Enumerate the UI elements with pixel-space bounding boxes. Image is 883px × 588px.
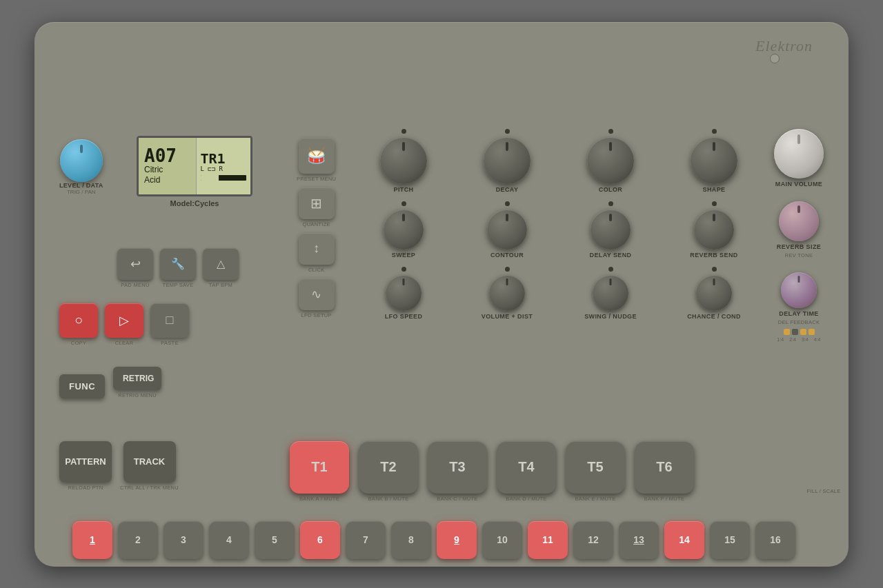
knob-row-3: LFO SPEED VOLUME + DIST SWING / NUDGE CH… [352,267,766,320]
temp-save-button[interactable]: 🔧 [160,248,196,280]
step-6-button[interactable]: 6 [300,521,340,559]
t6-sublabel: BANK F / MUTE [644,496,685,502]
shape-knob[interactable] [691,137,737,184]
quantize-label: QUANTIZE [303,221,330,227]
pad-menu-button[interactable]: ↩ [117,248,153,280]
swing-nudge-knob-unit: SWING / NUDGE [559,267,662,320]
t3-button[interactable]: T3 [428,441,487,494]
step-13-button[interactable]: 13 [619,521,659,559]
lfo-setup-icon: ∿ [311,287,321,302]
clear-label: CLEAR [115,340,134,346]
step-16-button[interactable]: 16 [755,521,795,559]
reverb-send-dot [712,201,717,206]
knobs-main-area: PITCH DECAY COLOR SHAPE S [352,129,766,328]
reverb-size-sublabel: REV TONE [785,252,813,258]
track-select-button[interactable]: TRACK [123,441,176,483]
step-8-button[interactable]: 8 [391,521,431,559]
brand-logo: Elektron [755,37,813,55]
decay-knob[interactable] [484,137,530,184]
clear-button[interactable]: ▷ [105,303,143,338]
paste-button[interactable]: □ [150,303,189,338]
lfo-speed-knob-unit: LFO SPEED [352,267,455,320]
step-8-label: 8 [408,534,414,545]
sweep-knob[interactable] [384,210,424,250]
volume-dist-knob-unit: VOLUME + DIST [455,267,559,320]
step-14-button[interactable]: 14 [664,521,704,559]
preset-menu-button[interactable]: 🥁 [299,138,335,174]
reverb-send-knob[interactable] [694,210,734,250]
contour-label: CONTOUR [490,252,524,258]
swing-nudge-knob[interactable] [593,275,628,311]
func-button[interactable]: FUNC [59,374,105,398]
t4-button[interactable]: T4 [497,441,556,494]
click-button[interactable]: ↕ [299,233,335,265]
step-11-button[interactable]: 11 [528,521,568,559]
t1-wrap: T1 BANK A / MUTE [290,441,349,502]
tap-bpm-button[interactable]: △ [203,248,239,280]
clear-wrap: ▷ CLEAR [105,303,143,346]
level-data-knob-wrap: LEVEL / DATA TRIG / PAN [59,139,103,195]
step-6-label: 6 [317,534,323,545]
lcd-track: TR1 [201,152,247,165]
t5-label: T5 [587,459,603,475]
delay-time-knob[interactable] [781,272,817,308]
step-3-button[interactable]: 3 [163,521,204,559]
pad-menu-label: PAD MENU [121,282,149,288]
sweep-knob-unit: SWEEP [352,201,455,258]
decay-label: DECAY [496,186,519,193]
step-12-button[interactable]: 12 [573,521,613,559]
lfo-setup-label: LFO SETUP [301,312,331,318]
preset-menu-label: PRESET MENU [297,176,336,182]
pitch-knob-unit: PITCH [352,129,455,193]
pattern-wrap: PATTERN RELOAD PTN [59,441,112,491]
color-knob-unit: COLOR [559,129,662,193]
lfo-setup-button[interactable]: ∿ [299,278,335,310]
t6-button[interactable]: T6 [635,441,694,494]
step-15-button[interactable]: 15 [710,521,750,559]
quantize-button[interactable]: ⊞ [299,187,335,219]
pattern-button[interactable]: PATTERN [59,441,112,483]
delay-time-wrap: DELAY TIME DEL FEEDBACK 1:4 2:4 3:4 4:4 [777,272,821,342]
track-select-label: CTRL ALL / TRK MENU [120,485,179,491]
t4-label: T4 [518,459,534,475]
lfo-speed-knob[interactable] [386,275,421,311]
copy-button[interactable]: ○ [59,303,98,338]
decay-knob-unit: DECAY [455,129,559,193]
reverb-send-knob-unit: REVERB SEND [662,201,766,258]
volume-dist-knob[interactable] [489,275,525,311]
t5-button[interactable]: T5 [566,441,625,494]
step-15-label: 15 [724,534,735,545]
preset-menu-wrap: 🥁 PRESET MENU [297,138,336,182]
func-retrig-row: FUNC RETRIG RETRIG MENU [59,367,161,398]
step-7-button[interactable]: 7 [346,521,386,559]
step-1-label: 1 [90,534,95,545]
t3-wrap: T3 BANK C / MUTE [428,441,487,502]
step-11-label: 11 [542,534,553,545]
contour-knob[interactable] [487,210,527,250]
color-knob[interactable] [587,137,634,184]
chance-cond-dot [712,267,717,272]
chance-cond-knob[interactable] [696,275,732,311]
step-2-button[interactable]: 2 [118,521,158,559]
shape-label: SHAPE [702,186,725,193]
t1-button[interactable]: T1 [290,441,349,494]
lfo-speed-label: LFO SPEED [385,313,423,320]
delay-send-knob[interactable] [591,210,631,250]
delay-dot-2 [792,329,798,335]
step-10-button[interactable]: 10 [482,521,522,559]
step-1-button[interactable]: 1 [72,521,112,559]
reverb-size-knob[interactable] [779,201,819,241]
main-volume-knob[interactable] [774,129,824,179]
step-5-button[interactable]: 5 [255,521,295,559]
pitch-knob[interactable] [380,137,427,184]
t2-button[interactable]: T2 [359,441,418,494]
main-volume-wrap: MAIN VOLUME [774,129,824,187]
level-data-knob[interactable] [60,139,103,182]
device-body: Elektron LEVEL / DATA TRIG / PAN A07 Cit… [34,22,849,567]
track-buttons-row: T1 BANK A / MUTE T2 BANK B / MUTE T3 BAN… [290,441,694,502]
step-4-button[interactable]: 4 [209,521,249,559]
retrig-button[interactable]: RETRIG [113,367,161,390]
step-9-button[interactable]: 9 [437,521,477,559]
main-volume-label: MAIN VOLUME [775,181,822,187]
pad-menu-icon: ↩ [130,256,141,272]
